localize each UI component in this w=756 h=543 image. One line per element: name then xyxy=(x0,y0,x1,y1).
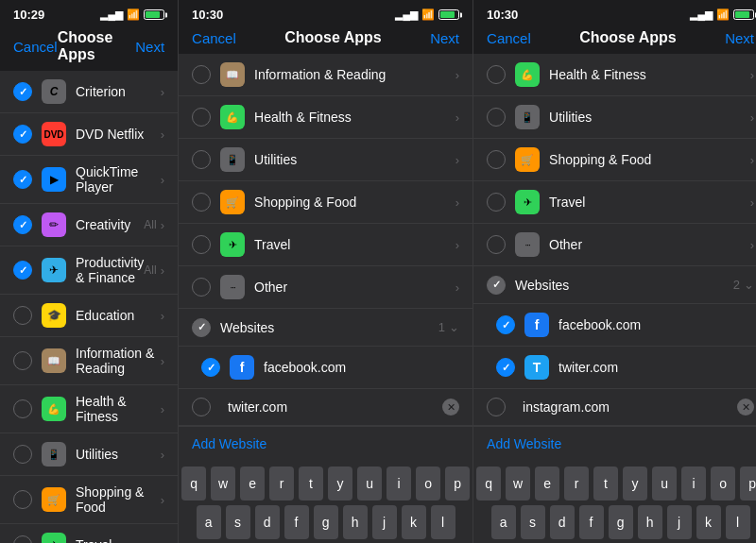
check-facebook[interactable] xyxy=(201,358,220,377)
key-f-p3[interactable]: f xyxy=(579,505,604,539)
check-other-2[interactable] xyxy=(192,278,211,297)
key-u[interactable]: u xyxy=(357,467,382,501)
check-creativity[interactable] xyxy=(13,215,32,234)
next-button-2[interactable]: Next xyxy=(430,30,459,46)
check-productivity[interactable] xyxy=(13,261,32,280)
clear-button-twiter[interactable]: ✕ xyxy=(442,399,459,416)
key-k[interactable]: k xyxy=(402,505,426,539)
list-item[interactable]: 📖 Information & Reading › xyxy=(0,337,178,385)
key-w-p3[interactable]: w xyxy=(506,467,530,501)
list-item[interactable]: ✈ Travel › xyxy=(0,524,178,543)
check-quicktime[interactable] xyxy=(13,170,32,189)
clear-button-instagram[interactable]: ✕ xyxy=(737,399,754,416)
check-education[interactable] xyxy=(13,306,32,325)
list-item[interactable]: 📱 Utilities › xyxy=(0,433,178,476)
list-item[interactable]: ··· Other › xyxy=(179,266,472,309)
key-d[interactable]: d xyxy=(255,505,280,539)
key-e[interactable]: e xyxy=(240,467,265,501)
check-travel[interactable] xyxy=(13,535,32,543)
list-item[interactable]: 💪 Health & Fitness › xyxy=(179,96,472,139)
list-item[interactable]: ✏ Creativity All › xyxy=(0,204,178,246)
key-y[interactable]: y xyxy=(328,467,352,501)
website-input-row-instagram[interactable]: instagram.com ✕ xyxy=(473,389,756,426)
check-utilities-2[interactable] xyxy=(192,150,211,169)
key-k-p3[interactable]: k xyxy=(696,505,721,539)
key-g-p3[interactable]: g xyxy=(609,505,633,539)
check-websites-2[interactable] xyxy=(192,318,211,337)
check-travel-2[interactable] xyxy=(192,235,211,254)
key-r-p3[interactable]: r xyxy=(564,467,589,501)
key-u-p3[interactable]: u xyxy=(652,467,677,501)
check-facebook-3[interactable] xyxy=(496,315,515,334)
check-twiter[interactable] xyxy=(192,398,211,416)
list-item-websites-3[interactable]: Websites 2 ⌄ xyxy=(473,266,756,304)
list-item[interactable]: ✈ Travel › xyxy=(473,181,756,224)
check-twiter-3[interactable] xyxy=(496,358,515,377)
key-s-p3[interactable]: s xyxy=(521,505,545,539)
list-item[interactable]: ✈ Travel › xyxy=(179,224,472,266)
key-a[interactable]: a xyxy=(197,505,221,539)
key-f[interactable]: f xyxy=(284,505,309,539)
key-t-p3[interactable]: t xyxy=(593,467,618,501)
list-item-facebook[interactable]: f facebook.com xyxy=(179,347,472,389)
key-j[interactable]: j xyxy=(372,505,397,539)
list-item[interactable]: 🛒 Shopping & Food › xyxy=(0,476,178,524)
key-h-p3[interactable]: h xyxy=(638,505,662,539)
key-d-p3[interactable]: d xyxy=(550,505,575,539)
list-item-facebook-3[interactable]: f facebook.com xyxy=(473,304,756,347)
check-health-2[interactable] xyxy=(192,108,211,127)
check-shopping-3[interactable] xyxy=(487,150,506,169)
key-i[interactable]: i xyxy=(387,467,411,501)
list-item[interactable]: 📱 Utilities › xyxy=(473,96,756,139)
next-button-3[interactable]: Next xyxy=(725,30,754,46)
key-o-p3[interactable]: o xyxy=(711,467,735,501)
list-item[interactable]: 🎓 Education › xyxy=(0,295,178,337)
key-g[interactable]: g xyxy=(314,505,338,539)
check-health-3[interactable] xyxy=(487,65,506,84)
list-item[interactable]: ▶ QuickTime Player › xyxy=(0,156,178,204)
check-health[interactable] xyxy=(13,399,32,418)
check-websites-3[interactable] xyxy=(487,276,506,295)
check-info[interactable] xyxy=(13,351,32,370)
next-button-1[interactable]: Next xyxy=(135,39,164,55)
add-website-button-3[interactable]: Add Website xyxy=(473,426,756,461)
check-utilities[interactable] xyxy=(13,445,32,464)
key-t[interactable]: t xyxy=(299,467,323,501)
list-item[interactable]: 💪 Health & Fitness › xyxy=(0,385,178,433)
list-item[interactable]: 📱 Utilities › xyxy=(179,139,472,181)
check-instagram[interactable] xyxy=(487,398,506,416)
key-p-p3[interactable]: p xyxy=(740,467,756,501)
website-input-instagram[interactable]: instagram.com xyxy=(523,399,730,415)
add-website-button-2[interactable]: Add Website xyxy=(179,426,472,461)
list-item-websites-2[interactable]: Websites 1 ⌄ xyxy=(179,309,472,347)
check-shopping-2[interactable] xyxy=(192,193,211,212)
check-dvd[interactable] xyxy=(13,125,32,144)
key-j-p3[interactable]: j xyxy=(667,505,692,539)
list-item[interactable]: ✈ Productivity & Finance All › xyxy=(0,246,178,295)
key-s[interactable]: s xyxy=(226,505,250,539)
key-e-p3[interactable]: e xyxy=(535,467,559,501)
cancel-button-3[interactable]: Cancel xyxy=(487,30,531,46)
key-r[interactable]: r xyxy=(269,467,294,501)
list-item[interactable]: C Criterion › xyxy=(0,71,178,113)
key-y-p3[interactable]: y xyxy=(623,467,647,501)
list-item[interactable]: 🛒 Shopping & Food › xyxy=(473,139,756,181)
cancel-button-2[interactable]: Cancel xyxy=(192,30,236,46)
key-w[interactable]: w xyxy=(211,467,235,501)
key-l[interactable]: l xyxy=(431,505,455,539)
key-l-p3[interactable]: l xyxy=(726,505,750,539)
check-travel-3[interactable] xyxy=(487,193,506,212)
key-o[interactable]: o xyxy=(416,467,440,501)
check-shopping[interactable] xyxy=(13,490,32,509)
key-i-p3[interactable]: i xyxy=(681,467,706,501)
key-q[interactable]: q xyxy=(181,467,206,501)
key-h[interactable]: h xyxy=(343,505,368,539)
check-other-3[interactable] xyxy=(487,235,506,254)
list-item[interactable]: 💪 Health & Fitness › xyxy=(473,54,756,96)
list-item[interactable]: 🛒 Shopping & Food › xyxy=(179,181,472,224)
cancel-button-1[interactable]: Cancel xyxy=(13,39,58,55)
check-utilities-3[interactable] xyxy=(487,108,506,127)
list-item[interactable]: 📖 Information & Reading › xyxy=(179,54,472,96)
key-a-p3[interactable]: a xyxy=(491,505,516,539)
list-item-twiter-3[interactable]: T twiter.com xyxy=(473,347,756,389)
